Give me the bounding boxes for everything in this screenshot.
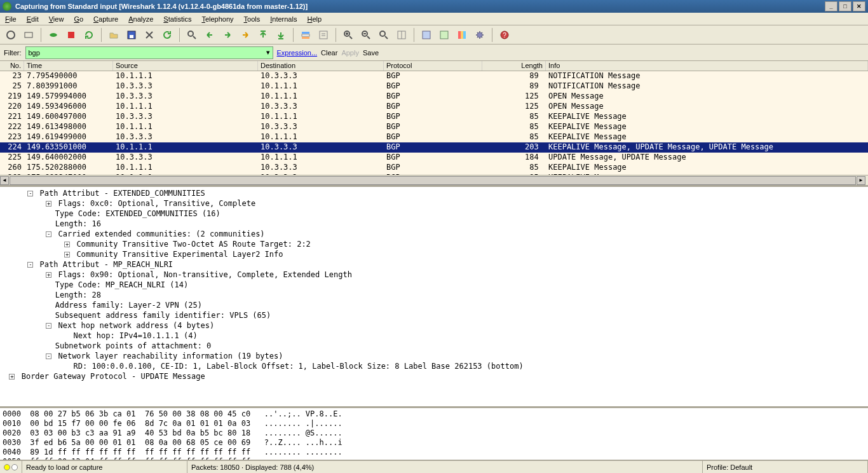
packet-row[interactable]: 225149.64000200010.3.3.310.1.1.1BGP184 U… <box>0 153 868 163</box>
detail-line[interactable]: - Path Attribut - EXTENDED_COMMUNITIES <box>0 188 868 198</box>
tree-toggle-icon[interactable]: - <box>46 323 51 329</box>
detail-line[interactable]: - Path Attribut - MP_REACH_NLRI <box>0 259 868 270</box>
menu-edit[interactable]: Edit <box>22 14 44 24</box>
packet-row[interactable]: 237.79549000010.1.1.110.3.3.3BGP89 NOTIF… <box>0 71 868 81</box>
scroll-left-icon[interactable]: ◄ <box>0 176 9 185</box>
col-header-protocol[interactable]: Protocol <box>384 61 482 71</box>
detail-line[interactable]: Type Code: EXTENDED_COMMUNITIES (16) <box>0 209 868 219</box>
tree-toggle-icon[interactable]: - <box>46 231 51 237</box>
tree-toggle-icon[interactable]: + <box>46 272 51 278</box>
tree-toggle-icon[interactable]: + <box>64 252 70 257</box>
colorize-button[interactable] <box>297 27 314 43</box>
packet-row[interactable]: 223149.61949900010.3.3.310.1.1.1BGP85 KE… <box>0 132 868 142</box>
menu-help[interactable]: Help <box>302 14 327 24</box>
detail-line[interactable]: Length: 16 <box>0 219 868 229</box>
menu-file[interactable]: File <box>0 14 22 24</box>
filter-input[interactable]: bgp ▾ <box>25 46 273 59</box>
open-button[interactable] <box>105 27 122 43</box>
detail-line[interactable]: - Network layer reachability information… <box>0 351 868 361</box>
detail-line[interactable]: Subsequent address family identifier: VP… <box>0 310 868 320</box>
zoom-in-button[interactable] <box>340 27 356 43</box>
detail-line[interactable]: + Border Gateway Protocol - UPDATE Messa… <box>0 371 868 381</box>
start-capture-button[interactable] <box>45 27 62 43</box>
goto-button[interactable] <box>237 27 254 43</box>
coloring-rules-button[interactable] <box>454 27 470 43</box>
interfaces-button[interactable] <box>3 27 19 43</box>
menu-capture[interactable]: Capture <box>88 14 123 24</box>
resize-columns-button[interactable] <box>393 27 410 43</box>
clear-link[interactable]: Clear <box>321 49 337 57</box>
capture-filters-button[interactable] <box>418 27 435 43</box>
detail-line[interactable]: Length: 28 <box>0 290 868 300</box>
display-filters-button[interactable] <box>436 27 452 43</box>
stop-capture-button[interactable] <box>63 27 79 43</box>
hscrollbar[interactable]: ◄ ► <box>0 175 868 185</box>
detail-line[interactable]: RD: 100:0.0.0.100, CE-ID: 1, Label-Block… <box>0 361 868 371</box>
apply-link[interactable]: Apply <box>341 49 359 57</box>
detail-line[interactable]: Type Code: MP_REACH_NLRI (14) <box>0 280 868 290</box>
minimize-button[interactable]: _ <box>825 1 837 11</box>
maximize-button[interactable]: □ <box>839 1 851 11</box>
col-header-time[interactable]: Time <box>24 61 113 71</box>
zoom-out-button[interactable] <box>358 27 374 43</box>
menu-analyze[interactable]: Analyze <box>123 14 158 24</box>
packet-row[interactable]: 221149.60049700010.3.3.310.1.1.1BGP85 KE… <box>0 112 868 122</box>
first-packet-button[interactable] <box>255 27 271 43</box>
packet-list[interactable]: No. Time Source Destination Protocol Len… <box>0 61 868 187</box>
dropdown-icon[interactable]: ▾ <box>266 48 270 57</box>
packet-row[interactable]: 257.80399100010.3.3.310.1.1.1BGP89 NOTIF… <box>0 81 868 92</box>
close-button[interactable]: ✕ <box>853 1 865 11</box>
status-profile[interactable]: Profile: Default <box>703 461 868 473</box>
col-header-destination[interactable]: Destination <box>258 61 384 71</box>
tree-toggle-icon[interactable]: - <box>46 353 51 359</box>
options-button[interactable] <box>20 27 37 43</box>
menu-internals[interactable]: Internals <box>265 14 302 24</box>
tree-toggle-icon[interactable]: - <box>27 191 33 196</box>
detail-line[interactable]: + Community Transitive Two-Octet AS Rout… <box>0 239 868 249</box>
save-link[interactable]: Save <box>363 49 379 57</box>
detail-line[interactable]: + Flags: 0x90: Optional, Non-transitive,… <box>0 270 868 280</box>
packet-detail[interactable]: - Path Attribut - EXTENDED_COMMUNITIES +… <box>0 187 868 408</box>
detail-line[interactable]: Address family: Layer-2 VPN (25) <box>0 300 868 310</box>
detail-line[interactable]: Next hop: IPv4=10.1.1.1 (4) <box>0 331 868 341</box>
packet-bytes[interactable]: 0000 08 00 27 b5 06 3b ca 01 76 50 00 38… <box>0 408 868 460</box>
menu-go[interactable]: Go <box>69 14 88 24</box>
reload-button[interactable] <box>159 27 175 43</box>
close-file-button[interactable] <box>141 27 158 43</box>
col-header-info[interactable]: Info <box>546 61 868 71</box>
packet-row[interactable]: 220149.59349600010.1.1.110.3.3.3BGP125 O… <box>0 102 868 112</box>
col-header-no[interactable]: No. <box>0 61 24 71</box>
tree-toggle-icon[interactable]: + <box>46 201 51 207</box>
save-button[interactable] <box>123 27 140 43</box>
preferences-button[interactable] <box>471 27 488 43</box>
col-header-source[interactable]: Source <box>113 61 258 71</box>
detail-line[interactable]: + Community Transitive Experimental Laye… <box>0 249 868 259</box>
detail-line[interactable]: - Carried extended communities: (2 commu… <box>0 229 868 239</box>
menu-statistics[interactable]: Statistics <box>158 14 196 24</box>
packet-row[interactable]: 219149.57999400010.3.3.310.1.1.1BGP125 O… <box>0 92 868 102</box>
go-forward-button[interactable] <box>219 27 236 43</box>
packet-row[interactable]: 222149.61349800010.1.1.110.3.3.3BGP85 KE… <box>0 122 868 132</box>
tree-toggle-icon[interactable]: + <box>9 374 15 380</box>
packet-row[interactable]: 224149.63350100010.1.1.110.3.3.3BGP203 K… <box>0 142 868 153</box>
find-button[interactable] <box>184 27 200 43</box>
col-header-length[interactable]: Length <box>482 61 546 71</box>
tree-toggle-icon[interactable]: - <box>27 262 33 268</box>
menu-tools[interactable]: Tools <box>239 14 266 24</box>
detail-line[interactable]: Subnetwork points of attachment: 0 <box>0 341 868 351</box>
zoom-reset-button[interactable] <box>376 27 392 43</box>
detail-line[interactable]: + Flags: 0xc0: Optional, Transitive, Com… <box>0 198 868 209</box>
restart-capture-button[interactable] <box>81 27 97 43</box>
last-packet-button[interactable] <box>273 27 289 43</box>
expression-link[interactable]: Expression... <box>277 49 318 57</box>
help-button[interactable]: ? <box>496 27 513 43</box>
menu-telephony[interactable]: Telephony <box>196 14 238 24</box>
packet-row[interactable]: 260175.52028800010.1.1.110.3.3.3BGP85 KE… <box>0 163 868 173</box>
tree-toggle-icon[interactable]: + <box>64 242 70 247</box>
go-back-button[interactable] <box>201 27 218 43</box>
expert-info-leds[interactable] <box>0 461 22 473</box>
detail-line[interactable]: - Next hop network address (4 bytes) <box>0 320 868 331</box>
scroll-right-icon[interactable]: ► <box>857 176 865 185</box>
autoscroll-button[interactable] <box>315 27 332 43</box>
menu-view[interactable]: View <box>44 14 69 24</box>
